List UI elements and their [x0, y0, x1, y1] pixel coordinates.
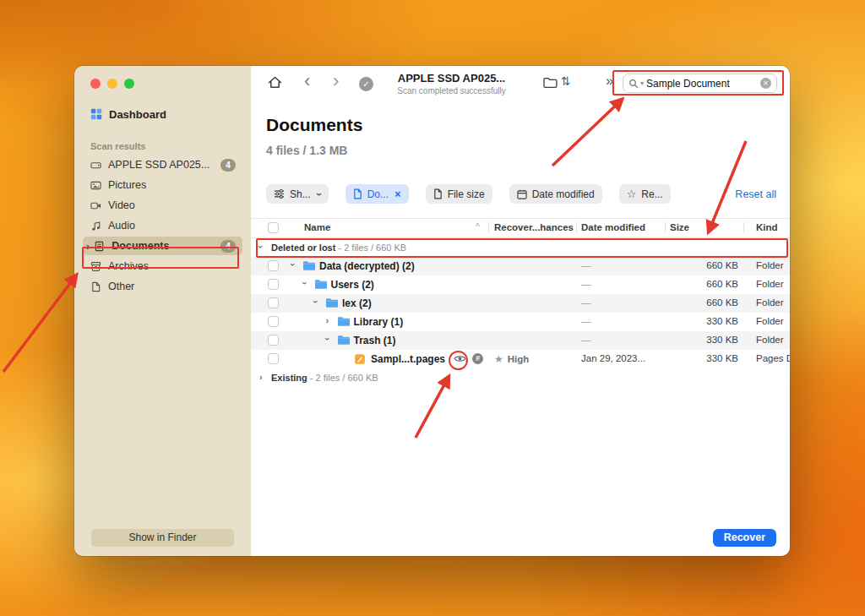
folder-icon — [337, 335, 351, 346]
main-panel: ‹ › ✓ APPLE SSD AP025... Scan completed … — [251, 66, 790, 556]
folder-view-icon[interactable] — [543, 77, 558, 92]
select-all-checkbox[interactable] — [268, 222, 279, 233]
file-row-trash-1[interactable]: ›Trash (1)—330 KBFolder — [251, 331, 790, 350]
search-input[interactable]: Sample Document — [646, 78, 758, 90]
chevron-down-icon[interactable]: › — [322, 337, 332, 341]
forward-chevron-icon[interactable]: › — [333, 70, 339, 92]
row-checkbox[interactable] — [268, 316, 279, 327]
app-window: Dashboard Scan results APPLE SSD AP025..… — [74, 66, 790, 556]
sidebar-item-other[interactable]: Other — [83, 277, 242, 296]
sliders-icon — [274, 189, 285, 199]
size-cell: 660 KB — [665, 279, 738, 289]
date-modified-cell: — — [581, 316, 591, 326]
close-window-button[interactable] — [90, 79, 101, 89]
date-modified-cell: — — [581, 260, 591, 270]
hash-badge-icon[interactable]: # — [472, 353, 483, 364]
minimize-window-button[interactable] — [107, 79, 117, 89]
row-checkbox[interactable] — [268, 335, 279, 346]
reset-all-button[interactable]: Reset all — [735, 188, 776, 200]
chevron-down-icon[interactable]: › — [311, 300, 321, 303]
row-checkbox[interactable] — [268, 297, 279, 308]
disclosure-chevron-icon: › — [86, 240, 90, 253]
group-meta: - 2 files / 660 KB — [310, 373, 378, 383]
back-chevron-icon[interactable]: ‹ — [304, 70, 310, 92]
recovery-chance: ★High — [494, 353, 529, 365]
filter-chip-file-size[interactable]: File size — [426, 184, 492, 204]
overflow-chevrons-icon[interactable]: » — [606, 73, 613, 90]
sidebar-item-audio[interactable]: Audio — [83, 216, 242, 235]
sidebar-item-label: Audio — [108, 220, 236, 232]
column-kind[interactable]: Kind — [756, 222, 778, 232]
calendar-icon — [517, 189, 527, 199]
scan-results-section-label: Scan results — [90, 141, 251, 151]
preview-eye-icon[interactable] — [454, 354, 466, 363]
row-checkbox[interactable] — [268, 279, 279, 290]
row-checkbox[interactable] — [268, 353, 279, 364]
search-magnifier-icon — [628, 79, 639, 89]
sidebar: Dashboard Scan results APPLE SSD AP025..… — [74, 66, 251, 556]
chevron-down-icon[interactable]: › — [299, 281, 309, 285]
chevron-right-icon[interactable]: › — [259, 372, 263, 382]
filter-chip-do[interactable]: Do...× — [345, 184, 409, 204]
file-name: lex (2) — [342, 297, 372, 309]
date-modified-cell: — — [581, 335, 591, 345]
zoom-window-button[interactable] — [124, 79, 134, 89]
chevron-down-icon[interactable]: › — [288, 263, 298, 266]
sidebar-item-pictures[interactable]: Pictures — [83, 176, 242, 194]
size-cell: 330 KB — [665, 353, 738, 363]
file-row-library-1[interactable]: ›Library (1)—330 KBFolder — [251, 313, 790, 331]
column-name[interactable]: Name — [304, 222, 330, 232]
sidebar-list: APPLE SSD AP025...4PicturesVideoAudio›Do… — [74, 155, 251, 296]
chevron-down-icon[interactable]: › — [256, 245, 266, 248]
star-icon: ☆ — [627, 188, 637, 200]
kind-cell: Folder — [756, 316, 784, 326]
filter-chip-label: Do... — [367, 188, 389, 200]
doc-icon — [353, 188, 362, 199]
kind-cell: Folder — [756, 335, 784, 345]
sidebar-item-apple-ssd-ap025[interactable]: APPLE SSD AP025...4 — [83, 155, 242, 174]
file-row-data-decrypted-2[interactable]: ›Data (decrypted) (2)—660 KBFolder — [251, 257, 790, 275]
search-field[interactable]: ▾ Sample Document × — [623, 74, 777, 93]
sidebar-item-label: Documents — [112, 240, 215, 252]
clear-search-icon[interactable]: × — [760, 78, 771, 89]
dashboard-label: Dashboard — [109, 108, 166, 121]
audio-icon — [90, 221, 102, 232]
group-row-deleted-or-lost[interactable]: › Deleted or lost - 2 files / 660 KB — [251, 238, 790, 257]
chevron-right-icon[interactable]: › — [326, 315, 329, 325]
recover-button[interactable]: Recover — [713, 529, 776, 547]
row-checkbox[interactable] — [268, 260, 279, 271]
column-size[interactable]: Size — [670, 222, 689, 232]
date-modified-cell: Jan 29, 2023... — [581, 353, 645, 363]
sidebar-item-archives[interactable]: Archives — [83, 257, 242, 275]
kind-cell: Folder — [756, 297, 784, 308]
file-table: Name ^ Recover...hances Date modified Si… — [251, 218, 790, 387]
sort-direction-icon[interactable]: ⇅ — [561, 74, 571, 88]
dashboard-grid-icon — [90, 108, 102, 120]
kind-cell: Folder — [756, 260, 784, 270]
close-icon[interactable]: × — [394, 188, 401, 200]
sidebar-item-video[interactable]: Video — [83, 196, 242, 215]
pictures-icon — [90, 180, 102, 191]
window-controls — [74, 66, 251, 89]
column-divider — [488, 222, 489, 233]
scan-status-text: Scan completed successfully — [378, 86, 525, 95]
sidebar-item-documents[interactable]: ›Documents4 — [83, 237, 242, 255]
file-row-lex-2[interactable]: ›lex (2)—660 KBFolder — [251, 294, 790, 313]
home-icon[interactable] — [268, 76, 282, 92]
column-recovery-chances[interactable]: Recover...hances — [494, 222, 574, 232]
search-scope-chevron-icon[interactable]: ▾ — [640, 79, 644, 87]
filter-chip-sh[interactable]: Sh...› — [266, 184, 329, 204]
file-row-sampl-t-pages[interactable]: Sampl...t.pages#★HighJan 29, 2023...330 … — [251, 350, 790, 368]
group-row-existing[interactable]: › Existing - 2 files / 660 KB — [251, 368, 790, 387]
drive-icon — [90, 160, 102, 171]
toolbar: ‹ › ✓ APPLE SSD AP025... Scan completed … — [251, 66, 790, 103]
sidebar-item-dashboard[interactable]: Dashboard — [83, 104, 242, 124]
file-name: Sampl...t.pages — [371, 353, 445, 365]
column-date-modified[interactable]: Date modified — [581, 222, 645, 232]
folder-icon — [337, 316, 351, 327]
kind-cell: Pages D... — [756, 353, 790, 363]
filter-chip-date-modified[interactable]: Date modified — [509, 184, 602, 204]
file-row-users-2[interactable]: ›Users (2)—660 KBFolder — [251, 275, 790, 294]
show-in-finder-button[interactable]: Show in Finder — [91, 529, 234, 547]
filter-chip-re[interactable]: ☆Re... — [619, 184, 671, 204]
